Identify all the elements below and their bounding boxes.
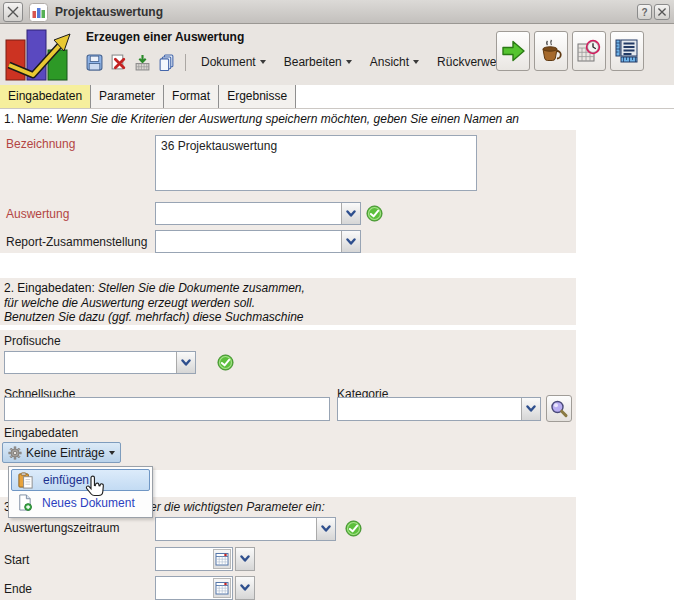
bezeichnung-textarea[interactable]: 36 Projektauswertung	[155, 135, 477, 191]
section2-heading-panel: 2. Eingabedaten: Stellen Sie die Dokumen…	[0, 278, 576, 325]
search-button[interactable]	[546, 395, 572, 422]
section1-heading: 1. Name: Wenn Sie die Kriterien der Ausw…	[4, 112, 519, 126]
profisuche-valid-check-icon	[217, 354, 234, 371]
ende-date-group	[155, 576, 255, 600]
chevron-down-icon	[240, 555, 250, 563]
schnellsuche-input[interactable]	[4, 397, 330, 421]
toolbar-heading: Erzeugen einer Auswertung	[86, 30, 244, 44]
titlebar: Projektauswertung ?	[0, 0, 674, 24]
start-label: Start	[4, 553, 29, 567]
caret-down-icon	[260, 60, 266, 64]
toolbar-actions	[496, 31, 644, 71]
keine-eintraege-label: Keine Einträge	[26, 446, 105, 460]
ende-dropdown-button[interactable]	[235, 576, 255, 600]
kategorie-combobox[interactable]	[337, 397, 541, 421]
start-calendar-button[interactable]	[213, 549, 231, 569]
kategorie-combobox-button[interactable]	[521, 398, 540, 420]
report-button[interactable]	[610, 31, 644, 71]
gear-icon	[8, 446, 22, 460]
section2-note-line2: für welche die Auswertung erzeugt werden…	[4, 296, 255, 310]
delete-document-icon[interactable]	[110, 54, 127, 71]
zeitraum-valid-check-icon	[345, 520, 362, 537]
caret-down-icon	[109, 451, 115, 455]
chevron-down-icon	[181, 359, 191, 367]
save-icon[interactable]	[86, 54, 103, 71]
auswertung-label: Auswertung	[6, 207, 69, 221]
tab-ergebnisse[interactable]: Ergebnisse	[219, 85, 296, 108]
section2-note-line1: Stellen Sie die Dokumente zusammen,	[98, 281, 305, 295]
section2-panel: Profisuche Schnellsuche Kategorie Eingab…	[0, 330, 576, 470]
pause-button[interactable]	[534, 31, 568, 71]
bezeichnung-label: Bezeichnung	[6, 137, 75, 151]
clock-calendar-icon	[576, 38, 602, 64]
hand-cursor-icon	[84, 474, 107, 500]
close-x-icon	[6, 5, 20, 19]
chevron-down-icon	[346, 238, 356, 246]
profisuche-label: Profisuche	[4, 334, 61, 348]
toolbar-icon-row: Dokument Bearbeiten Ansicht Rückverweise	[86, 50, 528, 74]
auswertung-combobox-button[interactable]	[341, 203, 360, 224]
start-date-input[interactable]	[155, 547, 233, 571]
caret-down-icon	[346, 60, 352, 64]
profisuche-combobox[interactable]	[4, 351, 196, 374]
profisuche-combobox-button[interactable]	[176, 352, 195, 373]
section2-note-line3: Benutzen Sie dazu (ggf. mehrfach) diese …	[4, 310, 304, 324]
calendar-icon	[215, 552, 229, 566]
keine-eintraege-dropdown-button[interactable]: Keine Einträge	[2, 442, 121, 463]
chevron-down-icon	[526, 405, 536, 413]
section1-prefix: 1. Name:	[4, 112, 53, 126]
start-dropdown-button[interactable]	[235, 547, 255, 571]
chevron-down-icon	[240, 584, 250, 592]
eingabedaten-label: Eingabedaten	[4, 426, 78, 440]
start-date-group	[155, 547, 255, 571]
close-button[interactable]	[654, 4, 670, 20]
close-window-button[interactable]	[3, 2, 23, 22]
tab-parameter[interactable]: Parameter	[91, 85, 164, 108]
auswertung-combobox[interactable]	[155, 202, 361, 225]
profisuche-combobox-value	[5, 352, 176, 373]
auswertungszeitraum-combobox[interactable]	[155, 517, 336, 541]
report-combobox[interactable]	[155, 230, 361, 253]
run-button[interactable]	[496, 31, 530, 71]
toolbar-separator	[185, 54, 186, 71]
projektauswertung-window: Projektauswertung ? Erzeugen einer Auswe…	[0, 0, 674, 600]
tab-bar: Eingabedaten Parameter Format Ergebnisse	[0, 85, 674, 109]
green-arrow-icon	[500, 38, 526, 64]
paste-clipboard-icon	[17, 472, 34, 489]
auswertungszeitraum-combobox-button[interactable]	[316, 518, 335, 540]
search-icon	[549, 399, 569, 419]
menu-bearbeiten[interactable]: Bearbeiten	[284, 55, 352, 69]
copy-icon[interactable]	[158, 54, 175, 71]
chart-logo	[4, 27, 76, 82]
report-combobox-value	[156, 231, 341, 252]
auswertung-valid-check-icon	[366, 205, 383, 222]
report-combobox-button[interactable]	[341, 231, 360, 252]
ende-date-input[interactable]	[155, 576, 233, 600]
menu-item-einfuegen[interactable]: einfügen	[11, 469, 150, 491]
kategorie-combobox-value	[338, 398, 521, 420]
menu-ansicht[interactable]: Ansicht	[370, 55, 419, 69]
window-title: Projektauswertung	[55, 0, 163, 24]
schedule-button[interactable]	[572, 31, 606, 71]
toolbar: Erzeugen einer Auswertung Dokument Bearb…	[0, 24, 674, 85]
section2-prefix: 2. Eingabedaten:	[4, 281, 95, 295]
tab-eingabedaten[interactable]: Eingabedaten	[0, 85, 91, 108]
section1-panel: Bezeichnung 36 Projektauswertung Auswert…	[0, 130, 576, 253]
ende-calendar-button[interactable]	[213, 578, 231, 598]
menu-item-neues-dokument[interactable]: Neues Dokument	[11, 491, 150, 514]
auswertung-combobox-value	[156, 203, 341, 224]
einfuegen-label: einfügen	[43, 473, 89, 487]
ende-label: Ende	[4, 582, 32, 596]
report-list-icon	[614, 38, 640, 64]
help-button[interactable]: ?	[637, 4, 652, 20]
section2-heading: 2. Eingabedaten: Stellen Sie die Dokumen…	[4, 281, 305, 325]
close-x-icon	[657, 7, 667, 17]
caret-down-icon	[413, 60, 419, 64]
chevron-down-icon	[346, 210, 356, 218]
auswertungszeitraum-combobox-value	[156, 518, 316, 540]
paste-basket-icon[interactable]	[134, 54, 151, 71]
help-label: ?	[641, 7, 647, 18]
tab-format[interactable]: Format	[164, 85, 219, 108]
report-label: Report-Zusammenstellung	[6, 235, 147, 249]
menu-dokument[interactable]: Dokument	[201, 55, 266, 69]
